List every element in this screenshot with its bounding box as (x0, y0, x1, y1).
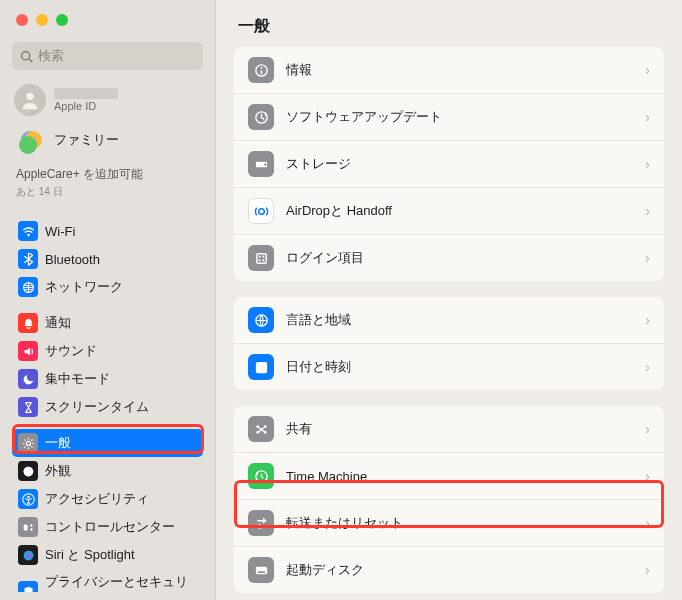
row-label: ソフトウェアアップデート (286, 108, 645, 126)
airdrop-icon (248, 198, 274, 224)
svg-point-28 (263, 425, 266, 428)
nav-label: プライバシーとセキュリティ (45, 573, 197, 592)
chevron-right-icon: › (645, 203, 650, 219)
storage-icon (248, 151, 274, 177)
nav-label: 集中モード (45, 370, 110, 388)
gear-icon (18, 433, 38, 453)
close-button[interactable] (16, 14, 28, 26)
nav-label: 通知 (45, 314, 71, 332)
svg-point-27 (256, 425, 259, 428)
settings-row-info[interactable]: 情報› (234, 47, 664, 93)
window-controls (12, 14, 203, 26)
settings-row-transfer[interactable]: 転送またはリセット› (234, 499, 664, 546)
applecare-row[interactable]: AppleCare+ を追加可能 あと 14 日 (12, 164, 203, 209)
svg-point-11 (23, 550, 33, 560)
sidebar-item-accessibility[interactable]: アクセシビリティ (12, 485, 203, 513)
search-input[interactable]: 検索 (12, 42, 203, 70)
appearance-icon (18, 461, 38, 481)
svg-point-10 (30, 528, 32, 530)
applecare-sub: あと 14 日 (16, 185, 199, 199)
main-body: 情報›ソフトウェアアップデート›ストレージ›AirDropと Handoff›ロ… (216, 47, 682, 600)
svg-point-17 (258, 208, 264, 214)
sound-icon (18, 341, 38, 361)
privacy-icon (18, 581, 38, 592)
row-label: AirDropと Handoff (286, 202, 645, 220)
chevron-right-icon: › (645, 421, 650, 437)
bluetooth-icon (18, 249, 38, 269)
search-icon (20, 50, 33, 63)
svg-point-30 (263, 430, 266, 433)
settings-row-clock[interactable]: 17日付と時刻› (234, 343, 664, 390)
applecare-title: AppleCare+ を追加可能 (16, 166, 199, 183)
account-row[interactable]: Apple ID (12, 80, 203, 120)
svg-rect-18 (256, 253, 265, 262)
svg-point-16 (264, 163, 266, 165)
chevron-right-icon: › (645, 62, 650, 78)
nav-label: コントロールセンター (45, 518, 175, 536)
svg-point-9 (30, 524, 32, 526)
chevron-right-icon: › (645, 562, 650, 578)
row-label: 起動ディスク (286, 561, 645, 579)
sidebar-item-privacy[interactable]: プライバシーとセキュリティ (12, 569, 203, 592)
svg-rect-21 (258, 259, 260, 261)
sidebar-item-control[interactable]: コントロールセンター (12, 513, 203, 541)
sidebar-item-network[interactable]: ネットワーク (12, 273, 203, 301)
settings-card: 共有›Time Machine›転送またはリセット›起動ディスク› (234, 406, 664, 593)
svg-point-26 (260, 428, 263, 431)
svg-point-0 (22, 51, 30, 59)
settings-row-globe[interactable]: 言語と地域› (234, 297, 664, 343)
accessibility-icon (18, 489, 38, 509)
chevron-right-icon: › (645, 515, 650, 531)
sidebar-item-moon[interactable]: 集中モード (12, 365, 203, 393)
disk-icon (248, 557, 274, 583)
row-label: 情報 (286, 61, 645, 79)
bell-icon (18, 313, 38, 333)
network-icon (18, 277, 38, 297)
main-panel: 一般 情報›ソフトウェアアップデート›ストレージ›AirDropと Handof… (216, 0, 682, 600)
family-row[interactable]: ファミリー (12, 124, 203, 156)
sidebar-item-siri[interactable]: Siri と Spotlight (12, 541, 203, 569)
svg-point-1 (26, 93, 33, 100)
settings-card: 言語と地域›17日付と時刻› (234, 297, 664, 390)
svg-rect-8 (23, 524, 27, 531)
settings-row-storage[interactable]: ストレージ› (234, 140, 664, 187)
clock-icon: 17 (248, 354, 274, 380)
settings-row-airdrop[interactable]: AirDropと Handoff› (234, 187, 664, 234)
svg-rect-22 (262, 259, 264, 261)
sidebar-item-appearance[interactable]: 外観 (12, 457, 203, 485)
settings-card: 情報›ソフトウェアアップデート›ストレージ›AirDropと Handoff›ロ… (234, 47, 664, 281)
row-label: Time Machine (286, 469, 645, 484)
nav-label: Siri と Spotlight (45, 546, 135, 564)
nav-label: 一般 (45, 434, 71, 452)
nav-label: アクセシビリティ (45, 490, 149, 508)
svg-rect-32 (255, 566, 266, 574)
hourglass-icon (18, 397, 38, 417)
row-label: 共有 (286, 420, 645, 438)
transfer-icon (248, 510, 274, 536)
svg-rect-20 (262, 255, 264, 257)
zoom-button[interactable] (56, 14, 68, 26)
svg-point-4 (26, 441, 30, 445)
settings-row-disk[interactable]: 起動ディスク› (234, 546, 664, 593)
moon-icon (18, 369, 38, 389)
settings-row-share[interactable]: 共有› (234, 406, 664, 452)
sidebar-item-wifi[interactable]: Wi-Fi (12, 217, 203, 245)
login-icon (248, 245, 274, 271)
chevron-right-icon: › (645, 156, 650, 172)
sidebar-item-bell[interactable]: 通知 (12, 309, 203, 337)
settings-row-tm[interactable]: Time Machine› (234, 452, 664, 499)
nav-label: スクリーンタイム (45, 398, 149, 416)
sidebar-item-bluetooth[interactable]: Bluetooth (12, 245, 203, 273)
siri-icon (18, 545, 38, 565)
sidebar-item-sound[interactable]: サウンド (12, 337, 203, 365)
sidebar-item-gear[interactable]: 一般 (12, 429, 203, 457)
share-icon (248, 416, 274, 442)
search-placeholder: 検索 (38, 47, 64, 65)
minimize-button[interactable] (36, 14, 48, 26)
sidebar-item-hourglass[interactable]: スクリーンタイム (12, 393, 203, 421)
row-label: 転送またはリセット (286, 514, 645, 532)
svg-point-2 (27, 235, 29, 237)
svg-rect-19 (258, 255, 260, 257)
settings-row-login[interactable]: ログイン項目› (234, 234, 664, 281)
settings-row-update[interactable]: ソフトウェアアップデート› (234, 93, 664, 140)
